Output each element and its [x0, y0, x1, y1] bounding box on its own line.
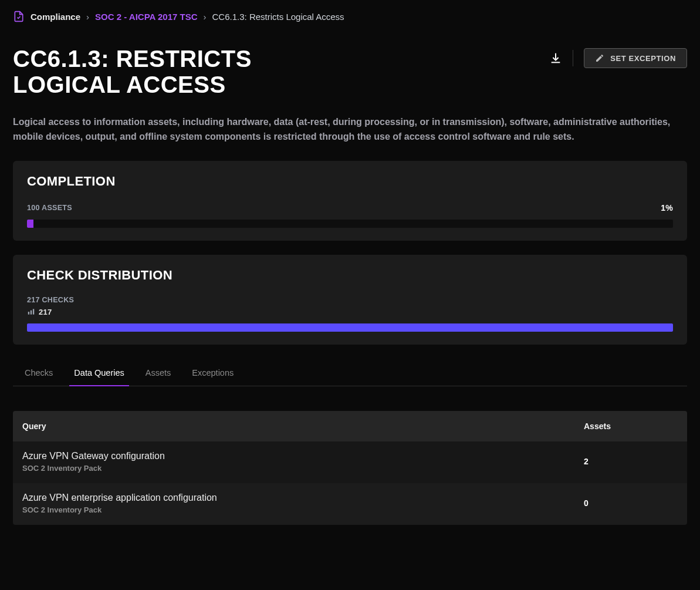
tabs: ChecksData QueriesAssetsExceptions: [13, 368, 687, 386]
breadcrumb-root[interactable]: Compliance: [31, 12, 80, 22]
chevron-right-icon: ›: [204, 12, 207, 22]
completion-assets-label: 100 ASSETS: [27, 204, 72, 212]
completion-progress: [27, 220, 673, 228]
breadcrumb-framework[interactable]: SOC 2 - AICPA 2017 TSC: [95, 12, 198, 22]
check-distribution-card: CHECK DISTRIBUTION 217 CHECKS 217: [13, 255, 687, 345]
control-description: Logical access to information assets, in…: [13, 115, 687, 144]
check-distribution-legend-count: 217: [39, 308, 52, 316]
svg-rect-0: [28, 312, 29, 315]
set-exception-label: SET EXCEPTION: [610, 54, 676, 63]
svg-rect-2: [33, 309, 34, 314]
query-assets-count: 0: [584, 498, 678, 508]
svg-rect-1: [31, 311, 32, 315]
table-header: Query Assets: [13, 411, 687, 441]
tab-data-queries[interactable]: Data Queries: [74, 368, 124, 386]
query-pack: SOC 2 Inventory Pack: [22, 505, 584, 514]
query-assets-count: 2: [584, 457, 678, 466]
tab-exceptions[interactable]: Exceptions: [192, 368, 234, 386]
pencil-icon: [595, 53, 604, 63]
divider: [573, 50, 573, 66]
tab-assets[interactable]: Assets: [146, 368, 171, 386]
set-exception-button[interactable]: SET EXCEPTION: [584, 48, 687, 68]
download-icon[interactable]: [549, 52, 562, 65]
table-header-query: Query: [22, 422, 584, 431]
completion-card: COMPLETION 100 ASSETS 1%: [13, 161, 687, 241]
check-distribution-progress-bar: [27, 323, 673, 332]
check-distribution-checks-label: 217 CHECKS: [27, 296, 74, 304]
page-title: CC6.1.3: RESTRICTS LOGICAL ACCESS: [13, 46, 341, 97]
compliance-doc-icon: [13, 11, 25, 22]
table-row[interactable]: Azure VPN Gateway configurationSOC 2 Inv…: [13, 441, 687, 483]
query-pack: SOC 2 Inventory Pack: [22, 464, 584, 473]
check-distribution-progress: [27, 323, 673, 332]
breadcrumb: Compliance › SOC 2 - AICPA 2017 TSC › CC…: [13, 8, 687, 29]
chevron-right-icon: ›: [86, 12, 89, 22]
query-title: Azure VPN Gateway configuration: [22, 451, 584, 461]
table-row[interactable]: Azure VPN enterprise application configu…: [13, 483, 687, 525]
query-title: Azure VPN enterprise application configu…: [22, 493, 584, 503]
completion-title: COMPLETION: [27, 174, 673, 189]
completion-progress-bar: [27, 220, 33, 228]
table-header-assets: Assets: [584, 422, 678, 431]
completion-percent: 1%: [661, 203, 673, 213]
tab-checks[interactable]: Checks: [25, 368, 53, 386]
queries-table: Query Assets Azure VPN Gateway configura…: [13, 411, 687, 525]
check-distribution-title: CHECK DISTRIBUTION: [27, 268, 673, 283]
breadcrumb-current: CC6.1.3: Restricts Logical Access: [212, 12, 344, 22]
bar-chart-icon: [27, 308, 35, 316]
